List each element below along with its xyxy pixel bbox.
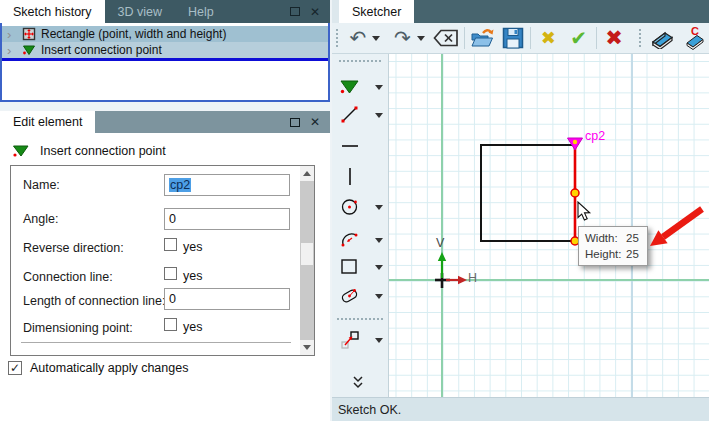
- dimensioning-point-label: Dimensioning point:: [23, 321, 133, 335]
- length-of-connection-line-field[interactable]: 0: [164, 288, 290, 310]
- tool-dropdown-icon[interactable]: [375, 294, 383, 299]
- circle-tool[interactable]: [339, 196, 385, 218]
- ellipse-icon: [339, 285, 361, 307]
- annotation-overlay: [389, 54, 709, 397]
- open-folder-icon: [470, 26, 495, 50]
- edit-element-panel: Edit element ✕ Insert connection point N…: [0, 111, 330, 421]
- tool-dropdown-icon[interactable]: [375, 113, 383, 118]
- close-icon[interactable]: ✕: [310, 6, 320, 18]
- tabbar-lead: [332, 0, 339, 23]
- red-x-icon: ✖: [605, 28, 623, 49]
- form-scrollbar[interactable]: [300, 166, 314, 355]
- reverse-direction-label: Reverse direction:: [23, 241, 124, 255]
- circle-icon: [339, 196, 361, 218]
- cancel-icon: ✖: [541, 29, 556, 47]
- vertical-line-tool[interactable]: [339, 166, 385, 188]
- toolcol-drag-handle[interactable]: [338, 59, 382, 64]
- arc-tool[interactable]: [339, 229, 385, 251]
- maximize-icon[interactable]: [290, 7, 300, 16]
- name-field[interactable]: cp2: [164, 174, 290, 196]
- rectangle-tool[interactable]: [339, 256, 385, 278]
- ellipse-tool[interactable]: [339, 285, 385, 307]
- redo-button[interactable]: ↷: [390, 25, 414, 51]
- tree-row-rectangle[interactable]: › Rectangle (point, width and height): [2, 26, 328, 42]
- expander-icon[interactable]: ›: [7, 28, 17, 41]
- tool-dropdown-icon[interactable]: [375, 238, 383, 243]
- reverse-direction-checkbox[interactable]: [164, 238, 177, 251]
- chevron-double-down-icon: [350, 376, 366, 390]
- line-tool[interactable]: [339, 104, 385, 126]
- eraser-icon: [649, 27, 675, 49]
- connection-line-yes-label: yes: [183, 269, 202, 283]
- tab-sketch-history[interactable]: Sketch history: [0, 0, 105, 23]
- delete-last-button[interactable]: [433, 25, 459, 51]
- tool-dropdown-icon[interactable]: [375, 265, 383, 270]
- sketch-canvas[interactable]: cp2 V H Width: 25 Height: 25: [389, 54, 709, 397]
- connection-point-tool[interactable]: [339, 76, 385, 98]
- sketcher-statusbar: Sketch OK.: [332, 397, 709, 421]
- rectangle-icon: [339, 256, 361, 278]
- redo-dropdown-icon[interactable]: [417, 36, 425, 41]
- undo-dropdown-icon[interactable]: [372, 36, 380, 41]
- auto-apply-row: ✓ Automatically apply changes: [8, 361, 188, 375]
- apply-button[interactable]: ✔: [566, 25, 590, 51]
- edit-form: Name: cp2 Angle: 0 Reverse direction: ye…: [10, 165, 315, 356]
- transform-icon: [339, 329, 361, 351]
- tree-row-insert-connection-point[interactable]: › Insert connection point: [2, 42, 328, 58]
- scroll-up-icon[interactable]: [300, 166, 314, 181]
- edit-element-tabbar: Edit element ✕: [0, 111, 330, 133]
- tab-3d-view[interactable]: 3D view: [105, 0, 175, 23]
- form-divider: [21, 342, 291, 343]
- cancel-button[interactable]: ✖: [536, 25, 560, 51]
- tree-item-label: Insert connection point: [41, 43, 162, 57]
- maximize-icon[interactable]: [290, 118, 300, 127]
- mouse-cursor-icon: [578, 202, 590, 220]
- connection-point-icon: [22, 43, 36, 57]
- connection-line-checkbox[interactable]: [164, 267, 177, 280]
- open-button[interactable]: [470, 25, 495, 51]
- expander-icon[interactable]: ›: [7, 44, 17, 57]
- edit-header-title: Insert connection point: [40, 144, 166, 158]
- close-icon[interactable]: ✕: [310, 116, 320, 128]
- erase-all-icon: C: [683, 26, 709, 50]
- tree-item-label: Rectangle (point, width and height): [41, 27, 226, 41]
- auto-apply-label: Automatically apply changes: [30, 361, 188, 375]
- sketch-history-tabbar: Sketch history 3D view Help ✕: [0, 0, 330, 23]
- tool-dropdown-icon[interactable]: [375, 205, 383, 210]
- sketch-history-panel: Sketch history 3D view Help ✕ › Rectangl…: [0, 0, 330, 23]
- toolbar-drag-handle[interactable]: [335, 28, 340, 48]
- close-sketch-button[interactable]: ✖: [602, 25, 626, 51]
- angle-field[interactable]: 0: [164, 208, 290, 230]
- horizontal-line-icon: [339, 135, 361, 157]
- eraser-button[interactable]: [649, 25, 675, 51]
- scrollbar-track[interactable]: [300, 181, 314, 340]
- connection-point-icon: [12, 144, 30, 158]
- transform-tool[interactable]: [339, 329, 385, 351]
- name-label: Name:: [23, 178, 60, 192]
- auto-apply-checkbox[interactable]: ✓: [8, 361, 22, 375]
- sketcher-tool-column: [332, 54, 389, 397]
- sketcher-tabbar: Sketcher: [332, 0, 709, 23]
- dimensioning-point-yes-label: yes: [183, 320, 202, 334]
- save-icon: [502, 27, 524, 49]
- line-icon: [339, 104, 361, 126]
- tab-help[interactable]: Help: [175, 0, 227, 23]
- toolbar-drag-handle[interactable]: [638, 28, 643, 48]
- tab-sketcher[interactable]: Sketcher: [339, 0, 414, 23]
- tab-edit-element[interactable]: Edit element: [0, 111, 95, 133]
- save-button[interactable]: [501, 25, 525, 51]
- horizontal-line-tool[interactable]: [339, 135, 385, 157]
- dimensioning-point-checkbox[interactable]: [164, 318, 177, 331]
- scrollbar-thumb[interactable]: [301, 243, 313, 265]
- arc-icon: [339, 229, 361, 251]
- tool-dropdown-icon[interactable]: [375, 338, 383, 343]
- tool-separator: [336, 317, 384, 321]
- more-tools-button[interactable]: [350, 376, 366, 394]
- tool-dropdown-icon[interactable]: [375, 85, 383, 90]
- backspace-icon: [433, 28, 459, 48]
- undo-button[interactable]: ↶: [346, 25, 370, 51]
- vertical-line-icon: [339, 166, 361, 188]
- length-of-connection-line-label: Length of connection line:: [23, 294, 165, 308]
- scroll-down-icon[interactable]: [300, 340, 314, 355]
- erase-all-button[interactable]: C: [683, 25, 709, 51]
